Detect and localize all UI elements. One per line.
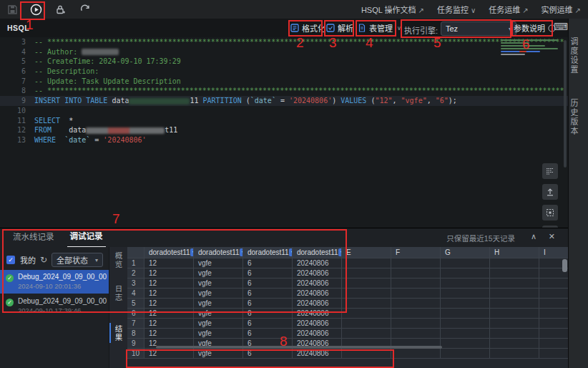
editor-minimap[interactable] [501, 39, 562, 59]
row-number-cell[interactable]: 8 [127, 329, 144, 339]
table-cell[interactable] [391, 349, 441, 359]
table-cell[interactable]: vgfe [194, 289, 243, 299]
table-cell[interactable]: 6 [243, 319, 293, 329]
side-tab-1[interactable]: 概览 [109, 251, 128, 268]
column-header[interactable]: H [490, 247, 539, 258]
side-tab-2[interactable]: 日志 [109, 284, 128, 301]
table-cell[interactable]: 6 [243, 289, 293, 299]
top-link-4[interactable]: 实例运维↗ [542, 4, 581, 15]
table-cell[interactable] [539, 309, 568, 319]
table-cell[interactable] [342, 268, 391, 279]
table-cell[interactable] [490, 309, 539, 319]
table-cell[interactable]: 6 [243, 329, 293, 339]
lock-add-icon[interactable] [52, 2, 68, 16]
table-cell[interactable]: 20240806 [293, 268, 342, 279]
debug-list-item[interactable]: ✓Debug_2024_09_09_00_002024-09-10 17:39:… [0, 294, 109, 318]
table-cell[interactable] [391, 289, 441, 299]
top-link-3[interactable]: 任务运维↗ [489, 4, 528, 15]
table-cell[interactable]: 20240806 [293, 319, 342, 329]
table-cell[interactable] [441, 279, 490, 289]
table-cell[interactable]: vgfe [194, 329, 243, 339]
table-cell[interactable] [391, 279, 441, 289]
table-manage-button[interactable]: 表管理 ∨ [358, 21, 401, 34]
table-cell[interactable] [342, 329, 391, 339]
run-button[interactable] [28, 2, 44, 16]
table-cell[interactable] [342, 289, 391, 299]
table-cell[interactable] [441, 319, 490, 329]
table-cell[interactable] [441, 299, 490, 309]
table-cell[interactable] [490, 349, 539, 359]
table-cell[interactable]: 12 [144, 299, 194, 309]
table-cell[interactable] [490, 289, 539, 299]
table-cell[interactable] [441, 258, 490, 268]
row-number-cell[interactable]: 3 [127, 279, 144, 289]
table-cell[interactable] [490, 319, 539, 329]
table-cell[interactable]: 6 [243, 299, 293, 309]
row-number-cell[interactable]: 9 [127, 339, 144, 349]
table-cell[interactable] [490, 329, 539, 339]
mine-checkbox[interactable]: ✓ [6, 256, 15, 264]
table-cell[interactable]: 12 [144, 349, 194, 359]
table-cell[interactable]: 12 [144, 268, 194, 279]
column-header[interactable]: I [539, 247, 568, 258]
table-cell[interactable] [490, 299, 539, 309]
table-cell[interactable] [490, 258, 539, 268]
table-cell[interactable]: 12 [144, 279, 194, 289]
save-icon[interactable] [4, 2, 20, 16]
tab-pipeline-records[interactable]: 流水线记录 [10, 228, 57, 247]
table-cell[interactable] [441, 289, 490, 299]
table-cell[interactable]: 20240806 [293, 309, 342, 319]
column-header[interactable]: doradotest11▼ [293, 247, 342, 258]
table-cell[interactable]: 20240806 [293, 329, 342, 339]
history-version-tab[interactable]: 历史版本 [569, 99, 588, 136]
column-header[interactable]: doradotest11▼ [194, 247, 243, 258]
code-editor[interactable]: 3-- ************************************… [0, 37, 568, 228]
column-header[interactable]: F [391, 247, 441, 258]
table-cell[interactable] [539, 339, 568, 349]
top-link-2[interactable]: 任务监控∨ [437, 4, 476, 15]
table-cell[interactable] [539, 279, 568, 289]
parse-button[interactable]: 解析 [326, 21, 353, 34]
table-cell[interactable] [342, 258, 391, 268]
status-filter-select[interactable]: 全部状态 ▾ [52, 253, 103, 267]
table-cell[interactable]: 6 [243, 268, 293, 279]
table-cell[interactable]: 20240806 [293, 349, 342, 359]
table-cell[interactable] [391, 309, 441, 319]
tab-debug-records[interactable]: 调试记录 [67, 228, 106, 248]
row-number-cell[interactable]: 6 [127, 309, 144, 319]
table-cell[interactable] [342, 349, 391, 359]
table-cell[interactable]: 20240806 [293, 299, 342, 309]
table-cell[interactable] [391, 329, 441, 339]
table-cell[interactable]: 12 [144, 289, 194, 299]
table-cell[interactable]: vgfe [194, 258, 243, 268]
table-cell[interactable]: 6 [243, 258, 293, 268]
table-cell[interactable] [539, 329, 568, 339]
collapse-panel-icon[interactable]: ∧ [531, 232, 536, 241]
table-cell[interactable] [539, 349, 568, 359]
table-cell[interactable] [490, 268, 539, 279]
minimap-toggle-icon[interactable] [542, 163, 558, 179]
table-cell[interactable]: 20240806 [293, 289, 342, 299]
column-header[interactable]: E [342, 247, 391, 258]
table-cell[interactable]: vgfe [194, 309, 243, 319]
table-cell[interactable]: 6 [243, 279, 293, 289]
row-number-cell[interactable]: 2 [127, 268, 144, 279]
table-cell[interactable] [391, 319, 441, 329]
table-cell[interactable] [539, 289, 568, 299]
table-cell[interactable] [490, 339, 539, 349]
table-cell[interactable] [342, 299, 391, 309]
row-number-cell[interactable]: 7 [127, 319, 144, 329]
table-vertical-scrollbar[interactable] [562, 259, 567, 272]
table-cell[interactable]: 12 [144, 309, 194, 319]
table-cell[interactable]: 12 [144, 258, 194, 268]
column-header[interactable]: G [441, 247, 490, 258]
engine-select[interactable]: Tez ▾ [441, 21, 516, 36]
column-header[interactable]: doradotest11▼ [144, 247, 194, 258]
params-button[interactable]: 参数说明 [514, 21, 556, 34]
close-panel-icon[interactable]: ✕ [549, 232, 555, 241]
table-cell[interactable] [342, 279, 391, 289]
top-link-1[interactable]: HSQL 操作文档↗ [361, 4, 424, 15]
table-cell[interactable] [391, 258, 441, 268]
table-cell[interactable]: 6 [243, 349, 293, 359]
table-cell[interactable]: vgfe [194, 319, 243, 329]
